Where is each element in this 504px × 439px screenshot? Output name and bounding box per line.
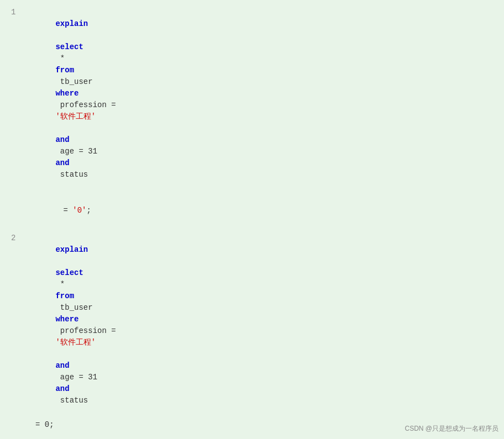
kw-from-2: from [55, 292, 74, 300]
plain-3: tb_user [55, 77, 97, 86]
kw-select-1: select [55, 43, 83, 51]
code-line-1: 1 explain select * from tb_user where pr… [11, 7, 493, 192]
plain-9: * [55, 280, 69, 289]
plain-7: status [55, 170, 88, 179]
plain-6: age = 31 [55, 147, 102, 156]
plain-4: profession = [55, 101, 120, 109]
kw-and-2: and [55, 158, 69, 167]
watermark: CSDN @只是想成为一名程序员 [405, 424, 498, 433]
plain-8 [55, 257, 60, 266]
str-val-2: '软件工程' [55, 338, 96, 347]
plain-14: status [55, 396, 88, 405]
kw-and-4: and [55, 384, 69, 393]
kw-explain-2: explain [55, 245, 88, 254]
line-number-1: 1 [11, 7, 28, 17]
kw-from-1: from [55, 66, 74, 75]
kw-explain-1: explain [55, 19, 88, 28]
kw-and-1: and [55, 135, 69, 144]
kw-select-2: select [55, 268, 83, 277]
code-line-1-cont: = '0'; [11, 193, 493, 228]
kw-where-2: where [55, 315, 78, 324]
plain-12 [55, 350, 60, 358]
code-text-1-cont: = '0'; [35, 206, 91, 226]
plain-5 [55, 124, 60, 133]
plain-1 [55, 31, 60, 40]
code-text-1: explain select * from tb_user where prof… [28, 7, 493, 192]
plain-11: profession = [55, 326, 120, 335]
code-section-1: 1 explain select * from tb_user where pr… [0, 0, 504, 439]
str-val-1: '软件工程' [55, 112, 96, 121]
kw-where-1: where [55, 89, 78, 98]
str-val-status-1: '0' [72, 206, 86, 215]
code-text-2: explain select * from tb_user where prof… [28, 232, 493, 418]
kw-and-3: and [55, 361, 69, 370]
code-line-2: 2 explain select * from tb_user where pr… [11, 232, 493, 418]
plain-13: age = 31 [55, 373, 102, 382]
plain-2: * [55, 54, 69, 63]
code-text-2-cont: = 0; [35, 420, 54, 429]
plain-10: tb_user [55, 303, 97, 312]
line-number-2: 2 [11, 232, 28, 242]
